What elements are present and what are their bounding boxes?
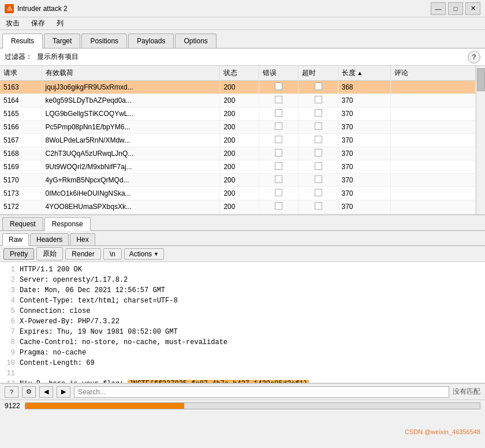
cell-id: 5172: [0, 200, 42, 214]
cell-length: 370: [338, 200, 390, 214]
cell-id: 5174: [0, 214, 42, 215]
tab-target[interactable]: Target: [44, 33, 80, 48]
col-header-status[interactable]: 状态: [220, 66, 259, 81]
render-button[interactable]: Render: [65, 248, 100, 260]
line-number: 1: [5, 264, 15, 275]
cell-error: [259, 81, 299, 94]
table-row[interactable]: 5163 jqujJ3o6gikgFR9U5xRmxd... 200 368: [0, 81, 476, 94]
tab-request[interactable]: Request: [2, 217, 43, 230]
tab-headers[interactable]: Headers: [30, 233, 69, 245]
progress-label: 9122: [5, 402, 20, 410]
line-content: Server: openresty/1.17.8.2: [20, 275, 480, 285]
line-content: Cache-Control: no-store, no-cache, must-…: [20, 337, 480, 348]
table-scrollbar[interactable]: [476, 66, 485, 214]
filter-help-button[interactable]: ?: [468, 51, 480, 64]
cell-id: 5170: [0, 174, 42, 187]
cell-comment: [390, 187, 475, 200]
settings-button[interactable]: ⚙: [22, 386, 36, 398]
close-button[interactable]: ✕: [465, 2, 480, 15]
cell-length: 368: [338, 81, 390, 94]
line-content: Content-Type: text/html; charset=UTF-8: [20, 296, 480, 306]
cell-error: [259, 160, 299, 174]
help-status-button[interactable]: ?: [5, 386, 18, 398]
cell-comment: [390, 174, 475, 187]
response-line: 7Expires: Thu, 19 Nov 1981 08:52:00 GMT: [5, 327, 480, 337]
cell-length: 370: [338, 160, 390, 174]
col-header-length[interactable]: 长度: [338, 66, 390, 81]
line-number: 6: [5, 316, 15, 327]
table-row[interactable]: 5169 9Ut9WOQrI2/M9xbNifF7aj... 200 370: [0, 160, 476, 174]
response-line: 12Niu B, here is your flag: JNCTF{ff3379…: [5, 379, 480, 383]
tab-response[interactable]: Response: [44, 217, 91, 231]
cell-id: 5173: [0, 187, 42, 200]
cell-comment: [390, 81, 475, 94]
cell-status: 200: [220, 147, 259, 160]
search-input[interactable]: [74, 386, 449, 398]
cell-error: [259, 187, 299, 200]
cell-payload: 4YOO8EHUmaSPXbqsXk...: [42, 200, 220, 214]
cell-error: [259, 107, 299, 121]
response-line: 6X-Powered-By: PHP/7.3.22: [5, 316, 480, 327]
cell-length: 370: [338, 107, 390, 121]
table-row[interactable]: 5166 Pc5Pmp08pNn1E/bpYM6... 200 370: [0, 121, 476, 134]
cell-comment: [390, 94, 475, 107]
pretty-button[interactable]: Pretty: [3, 248, 34, 260]
table-row[interactable]: 5172 4YOO8EHUmaSPXbqsXk... 200 370: [0, 200, 476, 214]
cell-comment: [390, 214, 475, 215]
col-header-request[interactable]: 请求: [0, 66, 42, 81]
cell-status: 200: [220, 187, 259, 200]
response-line: 4Content-Type: text/html; charset=UTF-8: [5, 296, 480, 306]
table-row[interactable]: 5168 C2hT3UQqA5zURwqLJnQ... 200 370: [0, 147, 476, 160]
cell-id: 5168: [0, 147, 42, 160]
action-toolbar: Pretty 原始 Render \n Actions ▼: [0, 246, 485, 262]
menu-attack[interactable]: 攻击: [2, 17, 23, 29]
col-header-error[interactable]: 错误: [259, 66, 299, 81]
cell-error: [259, 174, 299, 187]
app-title: Intruder attack 2: [17, 5, 68, 13]
back-button[interactable]: ◀: [39, 386, 53, 398]
cell-timeout: [299, 81, 338, 94]
raw-button[interactable]: 原始: [36, 247, 63, 260]
line-content: Niu B, here is your flag: JNCTF{ff337925…: [20, 379, 480, 383]
filter-value: 显示所有项目: [37, 52, 463, 62]
tab-raw[interactable]: Raw: [2, 233, 29, 246]
forward-button[interactable]: ▶: [57, 386, 70, 398]
cell-length: 370: [338, 147, 390, 160]
tab-positions[interactable]: Positions: [81, 33, 127, 48]
req-res-tab-bar: Request Response: [0, 215, 485, 231]
tab-payloads[interactable]: Payloads: [128, 33, 174, 48]
tab-results[interactable]: Results: [2, 33, 43, 48]
cell-id: 5169: [0, 160, 42, 174]
table-scroll-thumb[interactable]: [477, 68, 485, 91]
minimize-button[interactable]: —: [431, 2, 446, 15]
cell-comment: [390, 147, 475, 160]
cell-length: 370: [338, 121, 390, 134]
table-row[interactable]: 5174 qoSmviHXYq5h8tWXaL8Ur... 200 370: [0, 214, 476, 215]
maximize-button[interactable]: □: [448, 2, 463, 15]
filter-bar: 过滤器： 显示所有项目 ?: [0, 48, 485, 66]
format-tab-bar: Raw Headers Hex: [0, 231, 485, 246]
cell-length: 370: [338, 134, 390, 147]
menu-columns[interactable]: 列: [53, 17, 67, 29]
table-row[interactable]: 5165 LQG9bGellgSTiKCOQYwL... 200 370: [0, 107, 476, 121]
line-number: 3: [5, 285, 15, 296]
col-header-comment[interactable]: 评论: [390, 66, 475, 81]
actions-dropdown[interactable]: Actions ▼: [124, 248, 164, 260]
line-number: 8: [5, 337, 15, 348]
app-icon: ⚠: [5, 4, 14, 13]
menu-save[interactable]: 保存: [28, 17, 48, 29]
cell-payload: C2hT3UQqA5zURwqLJnQ...: [42, 147, 220, 160]
cell-payload: LQG9bGellgSTiKCOQYwL...: [42, 107, 220, 121]
table-row[interactable]: 5173 0IMcO1k6iHeDUINgNSka... 200 370: [0, 187, 476, 200]
cell-payload: ke0g59SLDyTbAZPeqd0a...: [42, 94, 220, 107]
tab-hex[interactable]: Hex: [70, 233, 95, 245]
table-row[interactable]: 5164 ke0g59SLDyTbAZPeqd0a... 200 370: [0, 94, 476, 107]
col-header-timeout[interactable]: 超时: [299, 66, 338, 81]
progress-fill: [25, 403, 185, 409]
table-row[interactable]: 5167 8WoLPdeLar5RnN/XMdw... 200 370: [0, 134, 476, 147]
response-content: 1HTTP/1.1 200 OK2Server: openresty/1.17.…: [0, 262, 485, 383]
table-row[interactable]: 5170 4yG+RkmB5NpcxQrMQd... 200 370: [0, 174, 476, 187]
newline-button[interactable]: \n: [103, 248, 122, 260]
col-header-payload[interactable]: 有效载荷: [42, 66, 220, 81]
tab-options[interactable]: Options: [175, 33, 216, 48]
